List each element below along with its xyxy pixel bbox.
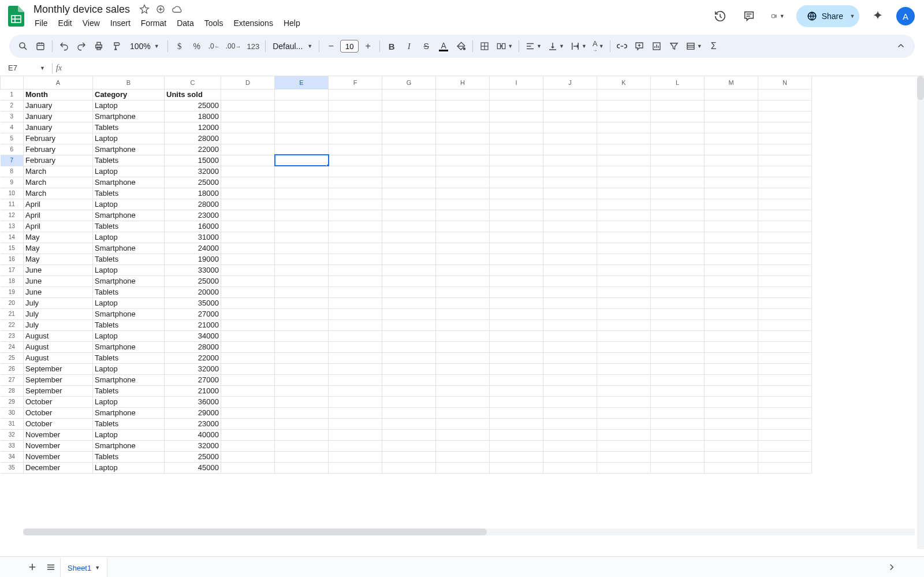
cell-F25[interactable] [329, 352, 382, 363]
cell-J34[interactable] [543, 451, 597, 462]
cell-F3[interactable] [329, 111, 382, 122]
cell-B9[interactable]: Smartphone [93, 177, 165, 188]
row-header-25[interactable]: 25 [1, 352, 24, 363]
menu-extensions[interactable]: Extensions [229, 16, 277, 30]
cell-M27[interactable] [705, 374, 758, 385]
menu-help[interactable]: Help [279, 16, 305, 30]
cell-B29[interactable]: Laptop [93, 396, 165, 407]
cell-B25[interactable]: Tablets [93, 352, 165, 363]
cell-G1[interactable] [382, 89, 436, 100]
decrease-font-icon[interactable]: − [323, 38, 339, 54]
cell-H16[interactable] [436, 254, 490, 265]
cell-M7[interactable] [705, 155, 758, 166]
cell-D6[interactable] [221, 144, 275, 155]
cell-N21[interactable] [758, 308, 812, 319]
cell-N7[interactable] [758, 155, 812, 166]
col-header-C[interactable]: C [165, 76, 221, 89]
cell-K7[interactable] [597, 155, 651, 166]
cell-E1[interactable] [275, 89, 329, 100]
cell-M33[interactable] [705, 440, 758, 451]
cell-J24[interactable] [543, 341, 597, 352]
borders-icon[interactable] [476, 38, 493, 54]
cell-K22[interactable] [597, 319, 651, 330]
cell-N24[interactable] [758, 341, 812, 352]
cell-F27[interactable] [329, 374, 382, 385]
cell-K11[interactable] [597, 199, 651, 210]
cell-A4[interactable]: January [24, 122, 93, 133]
cell-I2[interactable] [490, 100, 543, 111]
row-header-28[interactable]: 28 [1, 385, 24, 396]
cell-F10[interactable] [329, 188, 382, 199]
fill-color-icon[interactable] [453, 38, 469, 54]
horizontal-scrollbar[interactable] [23, 528, 915, 535]
cell-L30[interactable] [651, 407, 705, 418]
cell-D10[interactable] [221, 188, 275, 199]
cell-E24[interactable] [275, 341, 329, 352]
col-header-J[interactable]: J [543, 76, 597, 89]
cell-B20[interactable]: Laptop [93, 297, 165, 308]
cell-E6[interactable] [275, 144, 329, 155]
increase-decimal-icon[interactable]: .00→ [223, 38, 244, 54]
cell-D11[interactable] [221, 199, 275, 210]
cell-G5[interactable] [382, 133, 436, 144]
cell-C33[interactable]: 32000 [165, 440, 221, 451]
cell-G33[interactable] [382, 440, 436, 451]
cell-H4[interactable] [436, 122, 490, 133]
cell-G19[interactable] [382, 286, 436, 297]
cell-I16[interactable] [490, 254, 543, 265]
cell-G34[interactable] [382, 451, 436, 462]
cell-I28[interactable] [490, 385, 543, 396]
cell-E21[interactable] [275, 308, 329, 319]
cell-I30[interactable] [490, 407, 543, 418]
explore-icon[interactable] [882, 558, 901, 576]
paint-format-icon[interactable] [108, 38, 124, 54]
cell-G10[interactable] [382, 188, 436, 199]
cell-F17[interactable] [329, 265, 382, 276]
menu-view[interactable]: View [78, 16, 105, 30]
cell-C14[interactable]: 31000 [165, 232, 221, 243]
row-header-2[interactable]: 2 [1, 100, 24, 111]
cell-N8[interactable] [758, 166, 812, 177]
cell-B8[interactable]: Laptop [93, 166, 165, 177]
cell-H10[interactable] [436, 188, 490, 199]
cell-N22[interactable] [758, 319, 812, 330]
comments-icon[interactable] [739, 6, 759, 27]
cell-H20[interactable] [436, 297, 490, 308]
cell-G31[interactable] [382, 418, 436, 429]
cell-H30[interactable] [436, 407, 490, 418]
cell-L17[interactable] [651, 265, 705, 276]
cell-L13[interactable] [651, 221, 705, 232]
cell-M26[interactable] [705, 363, 758, 374]
row-header-3[interactable]: 3 [1, 111, 24, 122]
cell-I5[interactable] [490, 133, 543, 144]
cell-A11[interactable]: April [24, 199, 93, 210]
gemini-icon[interactable] [867, 6, 888, 27]
cell-G4[interactable] [382, 122, 436, 133]
cell-L14[interactable] [651, 232, 705, 243]
cell-I22[interactable] [490, 319, 543, 330]
cell-E29[interactable] [275, 396, 329, 407]
cell-G22[interactable] [382, 319, 436, 330]
cell-F30[interactable] [329, 407, 382, 418]
cell-L20[interactable] [651, 297, 705, 308]
cell-D30[interactable] [221, 407, 275, 418]
percent-icon[interactable]: % [189, 38, 205, 54]
cell-F13[interactable] [329, 221, 382, 232]
cell-K34[interactable] [597, 451, 651, 462]
cell-N26[interactable] [758, 363, 812, 374]
cell-C5[interactable]: 28000 [165, 133, 221, 144]
cell-H3[interactable] [436, 111, 490, 122]
cell-D21[interactable] [221, 308, 275, 319]
row-header-24[interactable]: 24 [1, 341, 24, 352]
cell-B7[interactable]: Tablets [93, 155, 165, 166]
cell-N35[interactable] [758, 462, 812, 473]
cell-F22[interactable] [329, 319, 382, 330]
cell-E10[interactable] [275, 188, 329, 199]
cell-H9[interactable] [436, 177, 490, 188]
cell-H5[interactable] [436, 133, 490, 144]
row-header-4[interactable]: 4 [1, 122, 24, 133]
cell-C3[interactable]: 18000 [165, 111, 221, 122]
cell-J27[interactable] [543, 374, 597, 385]
cell-J32[interactable] [543, 429, 597, 440]
vertical-align-icon[interactable]: ▼ [545, 38, 567, 54]
